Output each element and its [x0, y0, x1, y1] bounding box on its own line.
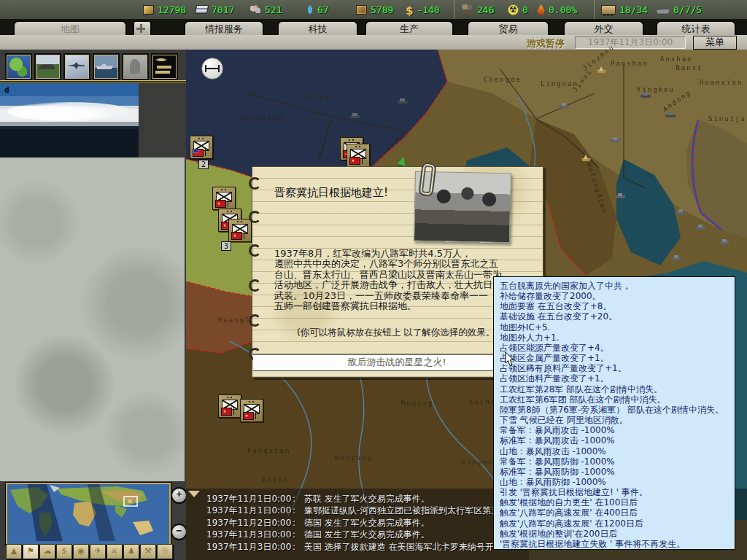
- province-photo: d: [0, 83, 139, 158]
- log-collapse-arrow[interactable]: [188, 491, 200, 497]
- resource-bar: 12798 7017 521 67 5789 $-140 246 ☢0 0.00…: [0, 0, 747, 20]
- energy-resource: 12798: [143, 3, 186, 16]
- map-mode-aviation-button[interactable]: ✈: [90, 544, 106, 559]
- tooltip-line: 占领区稀有原料产量改变了+1。: [500, 363, 735, 373]
- tooltip-line: 触发'根据地的整训'在200日后: [500, 529, 735, 539]
- map-mode-supply-button[interactable]: ⚒: [140, 544, 156, 559]
- tab-statistics[interactable]: 统计表: [656, 20, 736, 36]
- map-mode-combat-button[interactable]: ⚔: [107, 544, 123, 559]
- air-units-button[interactable]: [63, 53, 90, 80]
- effects-tooltip: 五台脱离原先的国家加入了中共 。补给储存量改变了2000。地面要塞 在五台改变了…: [493, 276, 735, 550]
- resource-separator: [594, 0, 595, 19]
- map-mode-terrain-button[interactable]: ▲: [6, 544, 22, 559]
- energy-icon: [143, 5, 154, 15]
- map-mode-weather-button[interactable]: ☁: [39, 544, 55, 559]
- army-counter-communist[interactable]: [218, 394, 241, 418]
- menu-button[interactable]: 菜单: [693, 36, 737, 50]
- ship-sprite: [610, 136, 621, 142]
- nuclear-icon: ☢: [508, 4, 519, 15]
- left-sidebar: d + − ▲ ⚑ ☁ $ ◉ ✈: [0, 50, 187, 560]
- spiral-binding-icon: [249, 211, 261, 223]
- resource-separator: [454, 0, 454, 19]
- army-counter-count: 3: [221, 241, 231, 251]
- tooltip-line: 陸軍第8師（第76軍-旁系湘軍） 部队在这个剧情中消失。: [500, 405, 735, 415]
- tooltip-line: 引发 '晋察冀抗日根据地建立! ' 事件。: [500, 487, 735, 497]
- red-star-flag-icon: [215, 200, 226, 208]
- world-minimap[interactable]: [6, 483, 171, 545]
- minimap-zoom-in-button[interactable]: +: [171, 487, 187, 504]
- map-mode-economy-button[interactable]: ◉: [73, 544, 89, 559]
- army-counter-nationalist[interactable]: [190, 136, 213, 159]
- roc-flag-icon: [193, 149, 204, 157]
- province-photo-label: d: [4, 85, 9, 95]
- tooltip-line: '晋察冀抗日根据地建立失败 ' 事件将不再发生。: [500, 539, 735, 549]
- tank-sprite: [640, 92, 651, 98]
- dissent-value: 0.00%: [549, 4, 577, 15]
- land-units-button[interactable]: [34, 53, 61, 80]
- game-date: 1937年11月3日0:00: [575, 36, 686, 49]
- reserves-button-disabled: [122, 53, 149, 80]
- tooltip-line: 常备军 : 暴风雨防御 -1000%: [500, 456, 735, 467]
- sidebar-panel-area: [0, 158, 185, 481]
- log-message: 苏联 发生了军火交易完成事件。: [304, 494, 430, 504]
- minimap-zoom-out-button[interactable]: −: [171, 524, 187, 540]
- oil-value: 67: [317, 4, 329, 15]
- tab-production[interactable]: 生产: [365, 20, 454, 36]
- ship-sprite: [559, 102, 570, 108]
- tooltip-line: 触发'根据地的自力更生' 在100日后: [500, 497, 735, 508]
- army-counter-communist[interactable]: [347, 144, 370, 167]
- tooltip-line: 标准军 : 暴风雨防御 -1000%: [500, 467, 735, 477]
- nuclear-value: 0: [522, 4, 528, 15]
- supplies-icon: [356, 5, 367, 15]
- tooltip-line: 山地 : 暴风雨防御 -1000%: [500, 477, 735, 487]
- log-timestamp: 1937年11月2日0:00: [206, 517, 293, 529]
- tooltip-line: 基础设施 在五台改变了+20。: [500, 311, 735, 322]
- dissent-icon: [537, 4, 545, 15]
- map-mode-manpower-button[interactable]: ♟: [123, 544, 139, 559]
- spiral-binding-icon: [249, 279, 261, 292]
- spiral-binding-icon: [249, 244, 261, 257]
- log-message: 德国 发生了军火交易完成事件。: [304, 518, 430, 528]
- tank-sprite: [665, 112, 676, 117]
- ship-sprite: [615, 192, 626, 198]
- supplies-resource: 5789: [356, 3, 393, 16]
- army-counter-communist[interactable]: [240, 399, 263, 422]
- tooltip-line: 地图外IC+5.: [500, 322, 735, 332]
- tab-technology[interactable]: 科技: [277, 20, 358, 36]
- ship-sprite: [676, 209, 686, 214]
- log-message: 美国 选择了拨款建造 在美国海军北卡罗来纳号开: [304, 542, 494, 552]
- tooltip-line: 工农红军第6军团 部队在这个剧情中消失。: [500, 394, 735, 405]
- tooltip-line: 五台脱离原先的国家加入了中共 。: [500, 281, 735, 291]
- red-star-flag-icon: [243, 412, 254, 420]
- tooltip-line: 地图外人力+1.: [500, 332, 735, 343]
- tooltip-line: 占领区能源产量改变了+4。: [500, 343, 735, 353]
- transports-resource: 18/34: [601, 3, 648, 16]
- game-window: 12798 7017 521 67 5789 $-140 246 ☢0 0.00…: [0, 0, 747, 560]
- army-counter-communist[interactable]: [228, 219, 252, 242]
- tab-map[interactable]: 地图: [13, 20, 127, 36]
- europe-map-button[interactable]: [5, 53, 32, 80]
- dissent-resource: 0.00%: [537, 3, 577, 16]
- manpower-value: 246: [477, 4, 494, 15]
- tab-intelligence[interactable]: 情报服务: [184, 20, 264, 36]
- tooltip-line: 常备军 : 暴风雨攻击 -1000%: [500, 425, 735, 435]
- tooltip-line: 占领区金属产量改变了+1。: [500, 353, 735, 363]
- game-paused-label: 游戏暂停: [527, 37, 565, 50]
- tab-trade[interactable]: 贸易: [467, 20, 549, 36]
- tooltip-line: 工农红军第28军 部队在这个剧情中消失。: [500, 384, 735, 394]
- map-mode-resources-button[interactable]: $: [56, 544, 72, 559]
- army-counter-communist[interactable]: [212, 187, 236, 210]
- escorts-icon: [657, 9, 670, 14]
- map-mode-victory-button[interactable]: ☉: [157, 544, 173, 559]
- map-mode-political-button[interactable]: ⚑: [23, 544, 39, 559]
- manpower-resource: 246: [461, 3, 494, 16]
- tooltip-line: 触发'八路军的高速发展' 在400日后: [500, 508, 735, 518]
- transports-value: 18/34: [619, 4, 648, 15]
- status-bar: 游戏暂停 1937年11月3日0:00 菜单: [0, 35, 747, 51]
- red-star-flag-icon: [221, 408, 232, 416]
- tab-diplomacy[interactable]: 外交: [563, 20, 644, 36]
- all-units-button[interactable]: [151, 53, 178, 80]
- supplies-value: 5789: [371, 4, 393, 15]
- scale-tool-button[interactable]: [201, 58, 223, 79]
- naval-units-button[interactable]: [93, 53, 120, 80]
